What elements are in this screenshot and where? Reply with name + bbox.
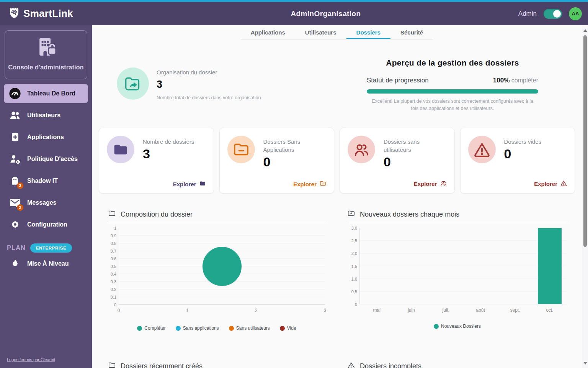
sidebar-item-label: Politique D'accès	[27, 156, 78, 163]
bar-legend: Nouveaux Dossiers	[348, 324, 567, 329]
mail-icon: 2	[8, 197, 21, 208]
sidebar-item-politique-dacces[interactable]: Politique D'accès	[4, 150, 88, 169]
explore-empty-folders-link[interactable]: Explorer	[534, 180, 567, 187]
gauge-icon	[8, 87, 21, 100]
top-accent-strip	[0, 0, 588, 2]
plus-square-icon	[8, 132, 21, 142]
vertical-scrollbar	[582, 25, 588, 368]
tab-securite[interactable]: Sécurité	[390, 25, 433, 39]
explore-folders-link[interactable]: Explorer	[173, 181, 206, 187]
folder-plus-icon	[348, 210, 355, 219]
legend-item[interactable]: Vide	[280, 325, 296, 331]
progress-value: 100% compléter	[493, 77, 538, 84]
app-header: SmartLink AdminOrganisation Admin AA	[0, 2, 588, 25]
stat-cards-row: Nombre de dossiers 3 Explorer	[99, 128, 575, 194]
ghost-icon: 3	[8, 176, 21, 186]
sidebar-item-applications[interactable]: Applications	[4, 128, 88, 147]
sidebar-item-messages[interactable]: 2 Messages	[4, 193, 88, 212]
bar-chart-title: Nouveaux dossiers chaque mois	[360, 210, 459, 219]
bar-x-axis: maijuinjuil.aoûtsept.oct.	[359, 307, 567, 313]
explore-folders-without-apps-link[interactable]: Explorer	[293, 181, 326, 187]
sidebar-item-label: Utilisateurs	[27, 112, 60, 119]
explore-folders-without-users-link[interactable]: Explorer	[414, 180, 447, 187]
admin-console-card: Console d'administration	[5, 30, 87, 79]
shadow-it-badge: 3	[17, 182, 23, 189]
user-avatar[interactable]: AA	[569, 7, 582, 20]
sidebar-item-shadow-it[interactable]: 3 Shadow IT	[4, 171, 88, 191]
folder-outline-icon	[108, 210, 116, 219]
sidebar-item-utilisateurs[interactable]: Utilisateurs	[4, 106, 88, 125]
recent-folders-heading: Dossiers récemment créés	[108, 362, 203, 368]
stat-card-dossiers-sans-applications: Dossiers Sans Applications 0 Explorer	[219, 128, 335, 194]
warning-icon	[468, 136, 496, 163]
sidebar-item-label: Configuration	[27, 221, 67, 228]
progress-fill	[367, 89, 538, 94]
toggle-knob	[553, 10, 561, 18]
sidebar-item-label: Tableau De Bord	[27, 90, 75, 97]
stat-card-label: Dossiers Sans Applications	[263, 138, 327, 154]
admin-toggle[interactable]	[544, 9, 562, 19]
bar-plot	[359, 228, 567, 304]
legend-item[interactable]: Sans utilisateurs	[229, 325, 270, 331]
progress-label: Statut de progression	[367, 77, 429, 84]
overview-message: Excellent! La plupart de vos dossiers so…	[367, 98, 538, 112]
tab-bar: Applications Utilisateurs Dossiers Sécur…	[92, 25, 582, 39]
stat-card-label: Nombre de dossiers	[143, 138, 194, 146]
donut-ring	[203, 247, 242, 286]
stat-card-value: 0	[263, 154, 327, 169]
overview-title: Aperçu de la gestion des dossiers	[367, 58, 538, 67]
incomplete-folders-heading: Dossiers incomplets	[348, 362, 421, 368]
folder-minus-icon	[320, 181, 326, 187]
legend-item[interactable]: Nouveaux Dossiers	[434, 324, 481, 329]
app-logo[interactable]: SmartLink	[8, 7, 73, 21]
folder-icon	[199, 181, 206, 187]
plan-label: PLAN	[7, 244, 26, 252]
sidebar-item-configuration[interactable]: Configuration	[4, 215, 88, 234]
scroll-up-arrow[interactable]	[583, 29, 587, 32]
admin-dashboard: SmartLink AdminOrganisation Admin AA	[0, 0, 588, 368]
shield-fingerprint-logo-icon	[8, 7, 20, 21]
sidebar-item-tableau-de-bord[interactable]: Tableau De Bord	[4, 84, 88, 103]
warning-outline-icon	[348, 362, 355, 368]
tab-applications[interactable]: Applications	[241, 25, 295, 39]
overview-panel: Aperçu de la gestion des dossiers Statut…	[367, 58, 538, 112]
tab-utilisateurs[interactable]: Utilisateurs	[295, 25, 346, 39]
donut-legend: CompléterSans applicationsSans utilisate…	[108, 325, 325, 331]
sidebar-nav: Tableau De Bord Utilisateurs	[0, 84, 92, 234]
main-content: Applications Utilisateurs Dossiers Sécur…	[92, 25, 582, 368]
folder-icon	[107, 136, 134, 163]
stat-card-value: 0	[504, 146, 542, 161]
folder-summary: Organisation du dossier 3 Nombre total d…	[117, 67, 261, 100]
donut-chart-title: Composition du dossier	[121, 210, 193, 219]
clearbit-credit-link[interactable]: Logos fournis par Clearbit	[7, 357, 55, 362]
flame-icon	[8, 258, 21, 269]
folder-outline-icon	[108, 362, 116, 368]
legend-item[interactable]: Compléter	[137, 325, 165, 331]
sidebar: Console d'administration Tableau De Bord	[0, 25, 92, 368]
bar-y-axis: 3,02,52,01,51,00,50	[348, 228, 359, 304]
building-lock-icon	[34, 52, 57, 59]
organisation-title: AdminOrganisation	[291, 10, 361, 18]
bar-chart-panel: Nouveaux dossiers chaque mois 3,02,52,01…	[348, 210, 567, 329]
sidebar-item-label: Shadow IT	[27, 177, 58, 184]
stat-card-nombre-dossiers: Nombre de dossiers 3 Explorer	[99, 128, 214, 194]
sidebar-item-mise-a-niveau[interactable]: Mise À Niveau	[4, 254, 88, 273]
summary-title: Organisation du dossier	[157, 69, 261, 76]
folder-share-icon	[117, 67, 149, 100]
scrollbar-thumb[interactable]	[583, 35, 587, 247]
messages-badge: 2	[17, 204, 23, 211]
progress-bar	[367, 89, 538, 94]
plan-badge: ENTERPRISE	[30, 243, 72, 253]
donut-y-axis: 10.90.80.70.60.50.40.30.20.10	[108, 228, 119, 305]
donut-plot	[119, 228, 325, 305]
tab-dossiers[interactable]: Dossiers	[346, 25, 390, 39]
scroll-down-arrow[interactable]	[583, 362, 587, 365]
sidebar-item-label: Messages	[27, 199, 57, 206]
legend-item[interactable]: Sans applications	[176, 325, 219, 331]
users-outline-icon	[348, 136, 375, 163]
stat-card-value: 3	[143, 146, 194, 161]
stat-card-label: Dossiers vides	[504, 138, 542, 146]
app-name: SmartLink	[23, 8, 73, 20]
stat-card-dossiers-vides: Dossiers vides 0 Explorer	[460, 128, 575, 194]
user-gear-icon	[8, 154, 21, 164]
